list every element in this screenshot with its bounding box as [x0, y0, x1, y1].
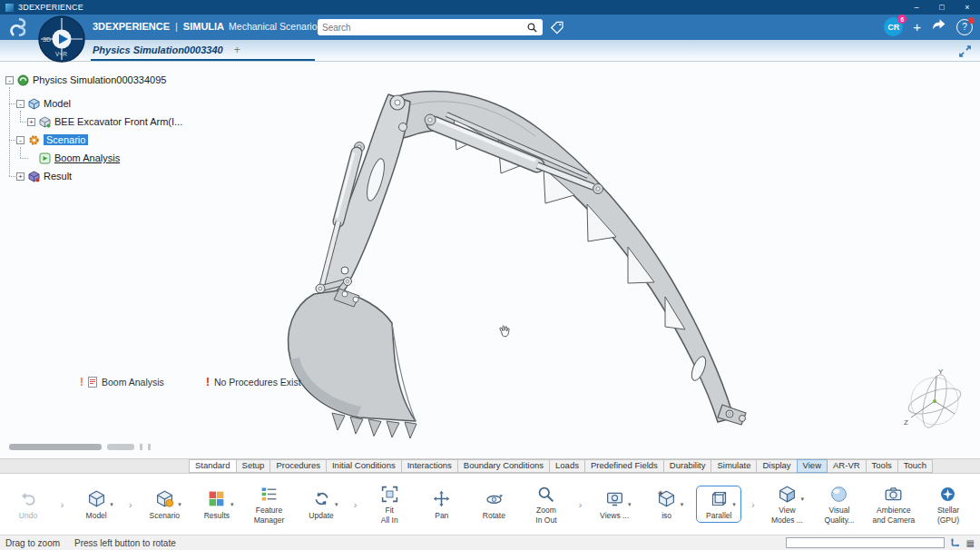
- tree-item-label[interactable]: BEE Excavator Front Arm(I...: [54, 116, 182, 127]
- visual-quality-button[interactable]: VisualQuality...: [817, 480, 862, 527]
- tree-item-label[interactable]: Result: [44, 171, 72, 182]
- brand-text: 3DEXPERIENCE: [93, 21, 170, 32]
- ribbon-tab-setup[interactable]: Setup: [236, 459, 271, 472]
- undo-icon: [19, 489, 38, 508]
- dropdown-caret-icon[interactable]: ▾: [681, 501, 684, 508]
- group-chevron-icon[interactable]: ›: [351, 499, 360, 510]
- group-chevron-icon[interactable]: ›: [58, 499, 67, 510]
- app-icon: [5, 4, 14, 12]
- ribbon-tab-boundary-conditions[interactable]: Boundary Conditions: [457, 459, 550, 472]
- new-tab-button[interactable]: +: [234, 44, 240, 56]
- search-box[interactable]: [318, 19, 543, 35]
- 3d-viewport[interactable]: Y Z - Physics Simulation000334095: [0, 62, 980, 458]
- add-content-icon[interactable]: +: [913, 20, 921, 34]
- dropdown-caret-icon[interactable]: ▾: [800, 496, 804, 503]
- ribbon-tab-view[interactable]: View: [797, 459, 828, 472]
- update-button[interactable]: ▾ Update: [299, 486, 344, 524]
- tree-item-scenario[interactable]: - Scenario: [16, 131, 182, 149]
- views-button[interactable]: ▾ Views ...: [592, 486, 637, 524]
- dropdown-caret-icon[interactable]: ▾: [732, 501, 736, 508]
- help-icon[interactable]: ?: [956, 19, 973, 35]
- compass-south-label: V+R: [55, 51, 67, 57]
- rotate-button[interactable]: Rotate: [471, 486, 516, 524]
- tag-icon[interactable]: [550, 21, 565, 38]
- close-button[interactable]: ×: [955, 0, 980, 15]
- ribbon-tab-display[interactable]: Display: [756, 459, 797, 472]
- dropdown-caret-icon[interactable]: ▾: [230, 501, 234, 508]
- stellar-gpu-button[interactable]: Stellar(GPU): [926, 480, 971, 527]
- view-compass-gizmo[interactable]: Y Z: [904, 368, 964, 430]
- ribbon-tab-initial-conditions[interactable]: Initial Conditions: [326, 459, 402, 472]
- fullscreen-icon[interactable]: [959, 44, 971, 61]
- results-button[interactable]: ▾ Results: [194, 486, 240, 524]
- tree-item-root[interactable]: - Physics Simulation000334095: [5, 71, 182, 89]
- search-input[interactable]: [322, 23, 526, 33]
- expander-icon[interactable]: -: [16, 136, 24, 144]
- share-icon[interactable]: [931, 18, 946, 35]
- error-label[interactable]: No Procedures Exist: [214, 377, 301, 388]
- ribbon-tab-loads[interactable]: Loads: [549, 459, 585, 472]
- ribbon-tab-interactions[interactable]: Interactions: [401, 459, 458, 472]
- scrollbar-segment[interactable]: [107, 444, 134, 450]
- document-tab[interactable]: Physics Simulation0003340 +: [93, 44, 240, 56]
- iso-view-icon: [657, 489, 676, 508]
- feature-manager-button[interactable]: FeatureManager: [246, 480, 291, 527]
- tree-item-product[interactable]: + BEE Excavator Front Arm(I...: [27, 113, 182, 131]
- ambience-camera-button[interactable]: Ambienceand Camera: [869, 480, 919, 527]
- expander-icon[interactable]: +: [27, 118, 35, 126]
- iso-view-button[interactable]: ▾ iso: [644, 486, 690, 524]
- ribbon-tab-ar-vr[interactable]: AR-VR: [827, 459, 867, 472]
- scrollbar-thumb[interactable]: [9, 444, 102, 450]
- 3d-compass[interactable]: 3D V+R: [38, 15, 85, 66]
- undo-button[interactable]: Undo: [5, 486, 51, 524]
- tree-item-label[interactable]: Physics Simulation000334095: [33, 74, 166, 85]
- ribbon-tab-standard[interactable]: Standard: [189, 459, 237, 472]
- document-tab-label[interactable]: Physics Simulation0003340: [93, 44, 223, 55]
- ribbon-tab-durability[interactable]: Durability: [663, 459, 712, 472]
- model-button[interactable]: ▾ Model: [74, 486, 119, 524]
- group-chevron-icon[interactable]: ›: [576, 499, 585, 510]
- warning-label[interactable]: Boom Analysis: [102, 377, 164, 388]
- ribbon-tab-simulate[interactable]: Simulate: [710, 459, 757, 472]
- grid-icon[interactable]: ▦: [966, 538, 975, 548]
- minimize-button[interactable]: –: [904, 0, 929, 15]
- ribbon-tab-predefined-fields[interactable]: Predefined Fields: [584, 459, 664, 472]
- error-message[interactable]: ! No Procedures Exist: [206, 376, 301, 388]
- expander-icon[interactable]: -: [16, 100, 24, 108]
- scenario-button[interactable]: ▾ Scenario: [142, 486, 187, 524]
- group-chevron-icon[interactable]: ›: [749, 499, 758, 510]
- parallel-projection-icon: [710, 489, 729, 508]
- view-modes-button[interactable]: ▾ ViewModes ...: [764, 480, 809, 527]
- tree-item-model[interactable]: - Model: [16, 94, 182, 113]
- fit-all-in-button[interactable]: FitAll In: [367, 480, 412, 527]
- avatar[interactable]: CR 6: [884, 17, 903, 36]
- dropdown-caret-icon[interactable]: ▾: [178, 501, 181, 508]
- zoom-in-out-button[interactable]: ZoomIn Out: [524, 480, 569, 527]
- ribbon-tab-touch[interactable]: Touch: [897, 459, 933, 472]
- warning-message[interactable]: ! Boom Analysis: [80, 376, 164, 388]
- title-bar: 3DEXPERIENCE – □ ×: [0, 0, 980, 15]
- tree-item-boom-analysis[interactable]: Boom Analysis: [27, 149, 182, 167]
- tree-item-result[interactable]: + Result: [16, 167, 182, 185]
- ribbon-tab-tools[interactable]: Tools: [866, 459, 898, 472]
- excavator-model[interactable]: [289, 92, 746, 438]
- dropdown-caret-icon[interactable]: ▾: [628, 501, 632, 508]
- status-command-input[interactable]: [786, 537, 945, 548]
- brand-separator: |: [175, 21, 178, 32]
- axis-widget-icon[interactable]: [950, 536, 961, 549]
- timeline-scrollbar[interactable]: [9, 444, 151, 450]
- dropdown-caret-icon[interactable]: ▾: [335, 501, 338, 508]
- pan-button[interactable]: Pan: [419, 486, 465, 524]
- maximize-button[interactable]: □: [929, 0, 955, 15]
- tree-item-label[interactable]: Scenario: [44, 134, 88, 145]
- dropdown-caret-icon[interactable]: ▾: [110, 501, 113, 508]
- expander-icon[interactable]: -: [5, 76, 14, 84]
- warning-icon: !: [80, 376, 83, 388]
- parallel-projection-button[interactable]: ▾ Parallel: [696, 486, 741, 524]
- group-chevron-icon[interactable]: ›: [126, 499, 135, 510]
- search-icon[interactable]: [526, 22, 538, 34]
- ribbon-tab-procedures[interactable]: Procedures: [270, 459, 327, 472]
- expander-icon[interactable]: +: [16, 172, 24, 181]
- tree-item-label[interactable]: Model: [44, 98, 71, 109]
- tree-item-label[interactable]: Boom Analysis: [54, 152, 120, 163]
